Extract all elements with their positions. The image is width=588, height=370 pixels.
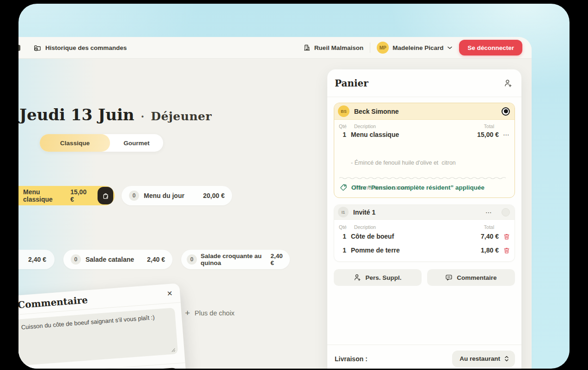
divider xyxy=(370,43,370,53)
item-more-options[interactable]: ⋯ xyxy=(499,131,510,138)
menu-item-classique-selected[interactable]: Menu classique 15,00 € xyxy=(18,186,115,205)
cart-columns: Qté Decription Total xyxy=(334,123,514,129)
guest-radio-selected[interactable] xyxy=(502,107,510,116)
guest-more-options[interactable]: ⋯ xyxy=(485,209,492,216)
user-menu[interactable]: MP Madeleine Picard xyxy=(377,42,453,54)
logout-button[interactable]: Se déconnecter xyxy=(459,40,522,56)
delivery-row: Livraison : Au restaurant xyxy=(327,345,521,369)
delete-item-button[interactable] xyxy=(499,233,510,240)
building-icon xyxy=(303,44,311,51)
person-plus-icon xyxy=(354,274,361,281)
location-item[interactable]: Rueil Malmaison xyxy=(303,44,364,51)
menu-type-tabs: Classique Gourmet xyxy=(40,134,163,152)
quantity-badge: 0 xyxy=(71,254,81,265)
comment-dialog-body: Cuisson du côte de boeuf saignant s'il v… xyxy=(18,302,185,369)
quantity-badge: 0 xyxy=(187,254,197,265)
top-bar: Historique des commandes Rueil Malmaison… xyxy=(18,37,532,59)
user-name: Madeleine Picard xyxy=(392,44,443,51)
menu-item-salade-quinoa[interactable]: 0 Salade croquante au quinoa 2,40 € xyxy=(181,250,290,269)
menu-item-price: 20,00 € xyxy=(203,192,225,199)
item-name: Pomme de terre xyxy=(351,247,400,254)
cart-title: Panier xyxy=(335,78,368,89)
cart-header: Panier xyxy=(327,69,521,97)
meal-title: Déjeuner xyxy=(151,110,212,123)
guest-avatar: I1 xyxy=(338,207,349,217)
cart-comment-label: Commentaire xyxy=(457,274,496,281)
col-description: Decription xyxy=(354,123,376,129)
col-total: Total xyxy=(484,123,494,129)
comment-bubble-icon xyxy=(445,274,453,281)
item-qty: 1 xyxy=(339,247,346,254)
tab-classique[interactable]: Classique xyxy=(40,134,110,152)
comment-text: Cuisson du côte de boeuf saignant s'il v… xyxy=(21,314,155,331)
more-choices-label: Plus de choix xyxy=(195,309,234,317)
delivery-label: Livraison : xyxy=(335,355,368,363)
resize-grip-icon[interactable] xyxy=(171,348,176,352)
menu-item-name: Menu classique xyxy=(23,188,66,203)
add-extra-person-label: Pers. Suppl. xyxy=(365,274,401,281)
menu-item-name: Salade croquante au quinoa xyxy=(201,253,267,266)
clipped-edge-fragment xyxy=(18,45,20,51)
guest-header[interactable]: I1 Invité 1 ⋯ xyxy=(334,205,514,220)
menu-item-price: 2,40 € xyxy=(147,256,165,263)
col-qty: Qté xyxy=(339,123,347,129)
chevron-updown-icon xyxy=(504,355,509,362)
top-bar-right: Rueil Malmaison MP Madeleine Picard Se d… xyxy=(303,40,522,56)
item-name: Menu classique xyxy=(351,131,399,138)
tab-gourmet[interactable]: Gourmet xyxy=(110,140,163,147)
offer-label: Offre “Pension complète résident” appliq… xyxy=(351,184,484,191)
order-history-label: Historique des commandes xyxy=(45,44,127,51)
close-icon[interactable]: ✕ xyxy=(166,290,173,297)
guest-card-beck-simonne: BS Beck Simonne Qté Decription Total 1 M… xyxy=(334,103,515,198)
comment-dialog-title: Commentaire xyxy=(18,294,88,310)
comment-textarea[interactable]: Cuisson du côte de boeuf saignant s'il v… xyxy=(18,308,178,366)
delete-item-button[interactable] xyxy=(499,247,510,254)
item-total: 15,00 € xyxy=(477,131,499,138)
add-person-icon[interactable] xyxy=(504,79,512,87)
menu-item-name: Menu du jour xyxy=(144,192,184,199)
delivery-mode-value: Au restaurant xyxy=(459,355,500,362)
item-total: 1,80 € xyxy=(481,247,499,254)
col-qty: Qté xyxy=(339,224,347,230)
order-history-link[interactable]: Historique des commandes xyxy=(33,43,127,52)
menu-item-price: 2,40 € xyxy=(270,253,284,266)
cart-item-row: 1 Menu classique 15,00 € ⋯ xyxy=(334,131,514,138)
guest-name: Invité 1 xyxy=(353,209,375,216)
edit-order-note-button[interactable] xyxy=(98,187,113,204)
delivery-mode-select[interactable]: Au restaurant xyxy=(452,351,515,367)
chevron-down-icon xyxy=(447,46,453,49)
guest-card-invite-1: I1 Invité 1 ⋯ Qté Decription Total 1 Côt… xyxy=(334,204,515,262)
cart-columns: Qté Decription Total xyxy=(334,224,514,230)
col-total: Total xyxy=(484,224,494,230)
guest-radio-unselected[interactable] xyxy=(502,208,510,216)
cart-panel: Panier BS Beck Simonne Qté Decription To… xyxy=(327,69,521,369)
menu-item-du-jour[interactable]: 0 Menu du jour 20,00 € xyxy=(122,186,232,205)
title-separator: · xyxy=(141,111,145,123)
cart-comment-button[interactable]: Commentaire xyxy=(427,269,515,286)
tag-icon xyxy=(340,184,347,191)
add-extra-person-button[interactable]: Pers. Suppl. xyxy=(334,269,422,286)
comment-dialog: Commentaire ✕ Cuisson du côte de boeuf s… xyxy=(18,283,186,369)
menu-item-price: 2,40 € xyxy=(28,256,46,263)
item-total: 7,40 € xyxy=(481,233,499,240)
cart-item-row: 1 Côte de boeuf 7,40 € xyxy=(334,233,514,240)
quantity-badge: 0 xyxy=(129,191,139,201)
add-comment-button[interactable]: Ajouter le commentaire xyxy=(94,368,181,369)
menu-item-cut[interactable]: 2,40 € xyxy=(18,250,55,269)
guest-name: Beck Simonne xyxy=(354,108,398,115)
cart-item-row: 1 Pomme de terre 1,80 € xyxy=(334,247,514,254)
menu-item-name: Salade catalane xyxy=(86,256,134,263)
cart-actions: Pers. Suppl. Commentaire xyxy=(334,269,515,286)
more-choices-link[interactable]: + Plus de choix xyxy=(185,308,234,318)
detail-line: - Émincé de fenouil huile d'olive et cit… xyxy=(351,159,456,167)
menu-item-price: 15,00 € xyxy=(70,188,89,203)
item-qty: 1 xyxy=(339,233,346,240)
guest-header[interactable]: BS Beck Simonne xyxy=(334,103,514,120)
wavy-divider xyxy=(339,176,510,180)
guest-avatar: BS xyxy=(338,105,349,117)
folder-history-icon xyxy=(33,43,42,52)
menu-item-salade-catalane[interactable]: 0 Salade catalane 2,40 € xyxy=(63,250,172,269)
item-name: Côte de boeuf xyxy=(351,233,394,240)
location-label: Rueil Malmaison xyxy=(314,44,364,51)
date-title: Jeudi 13 Juin xyxy=(19,105,135,124)
